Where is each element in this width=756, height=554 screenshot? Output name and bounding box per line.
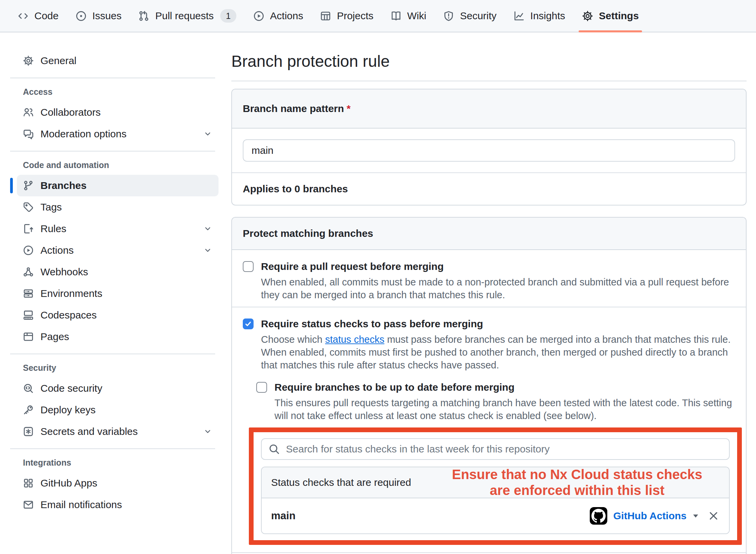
status-check-name: main	[271, 510, 295, 522]
sidebar-item-label: Pages	[40, 331, 69, 342]
gear-icon	[23, 55, 34, 66]
server-icon	[23, 288, 34, 299]
require-status-checks-checkbox[interactable]	[243, 318, 254, 329]
sidebar-item-code-security[interactable]: Code security	[17, 378, 219, 399]
option-require-up-to-date: Require branches to be up to date before…	[256, 381, 735, 394]
annotation-text: Ensure that no Nx Cloud status checks ar…	[430, 467, 724, 498]
sidebar-divider	[10, 448, 215, 449]
sidebar-item-label: Deploy keys	[40, 404, 95, 416]
sidebar-item-github-apps[interactable]: GitHub Apps	[17, 472, 219, 494]
git-pull-request-icon	[138, 10, 149, 22]
tag-icon	[23, 202, 34, 213]
sidebar-item-label: General	[40, 55, 77, 66]
browser-icon	[23, 331, 34, 342]
sidebar-item-actions[interactable]: Actions	[17, 240, 219, 261]
tab-label: Wiki	[407, 10, 427, 22]
key-icon	[23, 405, 34, 415]
issue-opened-icon	[76, 10, 87, 22]
sidebar-item-label: GitHub Apps	[40, 477, 97, 489]
play-icon	[23, 245, 34, 256]
tab-code[interactable]: Code	[10, 0, 66, 32]
annotation-line-2: are enforced within this list	[490, 483, 665, 498]
required-status-checks-header: Status checks that are required Ensure t…	[262, 467, 729, 498]
sidebar-item-label: Webhooks	[40, 266, 88, 278]
active-tab-underline	[579, 30, 642, 32]
table-icon	[320, 10, 331, 22]
sidebar-item-pages[interactable]: Pages	[17, 326, 219, 348]
sidebar-item-secrets-variables[interactable]: Secrets and variables	[17, 421, 219, 442]
sidebar-item-label: Branches	[40, 180, 87, 191]
sidebar-section-code-automation: Code and automation	[23, 160, 219, 170]
sidebar-item-label: Tags	[40, 201, 62, 213]
gear-icon	[582, 10, 593, 22]
require-up-to-date-checkbox[interactable]	[256, 382, 267, 393]
tab-label: Security	[460, 10, 496, 22]
branch-name-pattern-card: Branch name pattern* Applies to 0 branch…	[231, 89, 747, 205]
tab-label: Issues	[92, 10, 122, 22]
protect-matching-branches-header: Protect matching branches	[232, 218, 746, 250]
branch-name-pattern-body	[232, 129, 746, 172]
sidebar-item-environments[interactable]: Environments	[17, 283, 219, 304]
sidebar-item-label: Actions	[40, 245, 74, 256]
tab-label: Code	[34, 10, 59, 22]
github-actions-link[interactable]: GitHub Actions	[613, 510, 687, 522]
sidebar-item-label: Collaborators	[40, 107, 100, 118]
sidebar-item-label: Secrets and variables	[40, 426, 138, 437]
description-text: Choose which	[261, 334, 325, 345]
require-up-to-date-label: Require branches to be up to date before…	[274, 381, 515, 394]
page-title: Branch protection rule	[231, 49, 747, 81]
tab-label: Pull requests	[155, 10, 213, 22]
comment-discussion-icon	[23, 129, 34, 139]
search-icon	[268, 443, 280, 455]
sidebar-item-general[interactable]: General	[17, 50, 219, 72]
tab-issues[interactable]: Issues	[68, 0, 129, 32]
sidebar-item-collaborators[interactable]: Collaborators	[17, 102, 219, 123]
caret-down-icon[interactable]	[691, 511, 700, 520]
status-check-search	[261, 438, 730, 460]
branch-name-pattern-input[interactable]	[243, 139, 735, 162]
tab-projects[interactable]: Projects	[313, 0, 381, 32]
git-branch-icon	[23, 180, 34, 191]
code-scan-icon	[23, 383, 34, 394]
people-icon	[23, 107, 34, 118]
rules-icon	[23, 223, 34, 234]
chevron-down-icon	[203, 224, 212, 233]
tab-wiki[interactable]: Wiki	[383, 0, 434, 32]
pull-requests-count-badge: 1	[220, 9, 236, 23]
require-pull-request-label: Require a pull request before merging	[261, 260, 444, 273]
sidebar-item-label: Codespaces	[40, 309, 97, 321]
sidebar-item-rules[interactable]: Rules	[17, 218, 219, 240]
sidebar-item-label: Email notifications	[40, 499, 122, 510]
asterisk-box-icon	[23, 426, 34, 437]
annotation-line-1: Ensure that no Nx Cloud status checks	[452, 467, 702, 482]
chevron-down-icon	[203, 246, 212, 255]
sidebar-item-email-notifications[interactable]: Email notifications	[17, 494, 219, 516]
require-pull-request-checkbox[interactable]	[243, 261, 254, 272]
tab-insights[interactable]: Insights	[506, 0, 573, 32]
sidebar-section-integrations: Integrations	[23, 458, 219, 468]
sidebar-divider	[10, 151, 215, 151]
sidebar-item-codespaces[interactable]: Codespaces	[17, 304, 219, 326]
tab-settings[interactable]: Settings	[575, 0, 646, 32]
remove-status-check-icon[interactable]	[707, 510, 720, 522]
sidebar-item-moderation-options[interactable]: Moderation options	[17, 123, 219, 145]
codespaces-icon	[23, 310, 34, 321]
tab-label: Actions	[270, 10, 303, 22]
status-check-row: main GitHub Actions	[262, 498, 729, 533]
status-checks-link[interactable]: status checks	[325, 334, 384, 345]
tab-security[interactable]: Security	[436, 0, 504, 32]
sidebar-item-label: Environments	[40, 288, 102, 299]
sidebar-item-tags[interactable]: Tags	[17, 196, 219, 218]
status-check-search-input[interactable]	[261, 438, 730, 460]
require-status-checks-description: Choose which status checks must pass bef…	[261, 333, 735, 371]
sidebar-item-branches[interactable]: Branches	[17, 175, 219, 196]
repo-tab-bar: Code Issues Pull requests 1 Actions Proj…	[0, 0, 756, 32]
tab-actions[interactable]: Actions	[246, 0, 311, 32]
sidebar-divider	[10, 78, 215, 78]
annotation-highlight-box: Status checks that are required Ensure t…	[249, 427, 742, 545]
option-require-status-checks: Require status checks to pass before mer…	[232, 307, 746, 554]
sidebar-item-deploy-keys[interactable]: Deploy keys	[17, 399, 219, 421]
sidebar-item-webhooks[interactable]: Webhooks	[17, 261, 219, 283]
main-content: Branch protection rule Branch name patte…	[222, 32, 756, 554]
tab-pull-requests[interactable]: Pull requests 1	[131, 0, 243, 32]
